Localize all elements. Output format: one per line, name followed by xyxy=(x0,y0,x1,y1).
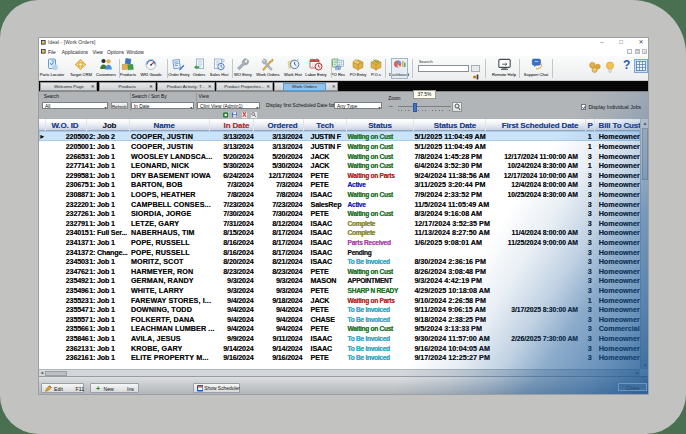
svg-text:•••: ••• xyxy=(534,60,537,64)
